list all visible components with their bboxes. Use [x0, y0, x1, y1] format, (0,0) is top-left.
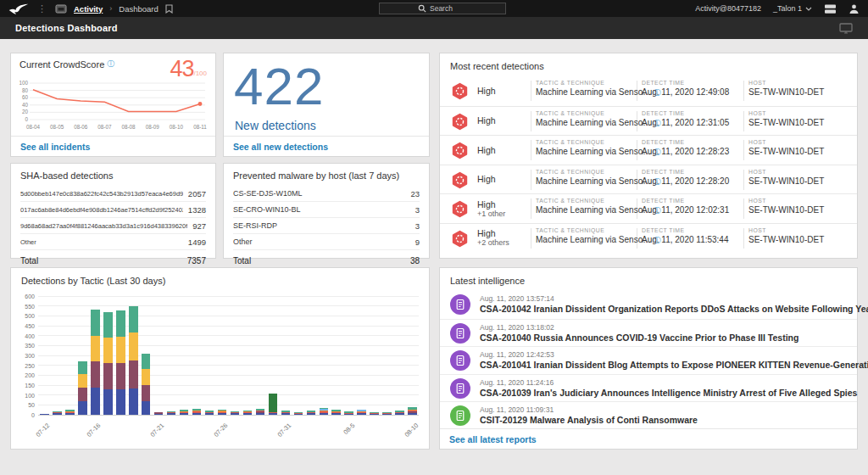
bar[interactable]: [167, 411, 176, 415]
svg-text:80: 80: [22, 87, 29, 93]
table-row[interactable]: SE-RSI-RDP3: [233, 218, 420, 234]
column-value: SE-TW-WIN10-DET: [748, 87, 824, 97]
account-label: Activity@80477182: [695, 4, 761, 13]
crowdscore-panel: Current CrowdScore ⓘ 43 /100 02040608010…: [10, 53, 216, 157]
user-menu[interactable]: _Talon 1: [773, 4, 812, 13]
bar[interactable]: [344, 411, 353, 415]
row-label: 9d68a68ad27aa0f4f881246aacab33d3a1c916d4…: [20, 222, 187, 230]
intel-report-item[interactable]: Aug. 11, 2020 13:57:14CSA-201042 Iranian…: [440, 291, 857, 319]
bar[interactable]: [180, 410, 189, 415]
detection-row[interactable]: HighTACTIC & TECHNIQUEMachine Learning v…: [440, 165, 857, 194]
bar[interactable]: [129, 306, 138, 415]
intel-report-item[interactable]: Aug. 11, 2020 11:09:31CSIT-20129 Malware…: [440, 401, 857, 429]
bar[interactable]: [269, 394, 278, 415]
search-input[interactable]: [430, 4, 467, 13]
row-label: Other: [20, 238, 36, 246]
column-host: HOSTSE-TW-WIN10-DET: [748, 110, 824, 127]
see-all-incidents-link[interactable]: See all incidents: [20, 142, 90, 152]
intel-report-item[interactable]: Aug. 11, 2020 13:18:02CSA-201040 Russia …: [440, 319, 857, 347]
row-label: CS-SE-DJS-W10ML: [233, 189, 303, 198]
bar[interactable]: [256, 409, 265, 415]
bar[interactable]: [192, 409, 202, 415]
bar-segment: [408, 413, 417, 415]
bar[interactable]: [408, 407, 417, 415]
app-switcher-icon[interactable]: ⋮: [37, 4, 47, 14]
global-search[interactable]: [379, 3, 506, 14]
crowdstrike-logo-icon[interactable]: [8, 3, 29, 15]
table-row[interactable]: 5d00bbeb147e0c838a622fc42c543b2913d57eac…: [20, 186, 206, 202]
severity-label: High+1 other: [477, 199, 505, 218]
detection-row[interactable]: HighTACTIC & TECHNIQUEMachine Learning v…: [440, 76, 857, 106]
bar[interactable]: [116, 310, 125, 415]
bar[interactable]: [218, 410, 227, 416]
bar[interactable]: [40, 414, 49, 415]
apps-icon[interactable]: [824, 3, 837, 14]
table-row[interactable]: SE-CRO-WIN10-BL3: [233, 202, 420, 218]
bar[interactable]: [243, 411, 253, 415]
report-timestamp: Aug. 11, 2020 13:57:14: [480, 294, 554, 303]
column-time: DETECT TIMEAug. 11, 2020 12:31:05: [642, 110, 729, 127]
bar[interactable]: [154, 412, 164, 415]
bar[interactable]: [53, 411, 62, 415]
detection-row[interactable]: HighTACTIC & TECHNIQUEMachine Learning v…: [440, 106, 857, 136]
see-all-new-detections-link[interactable]: See all new detections: [233, 142, 328, 152]
search-icon: [418, 4, 426, 13]
presentation-mode-icon[interactable]: [839, 23, 853, 34]
severity-label: High: [477, 145, 496, 155]
bar[interactable]: [103, 312, 113, 415]
bar[interactable]: [78, 361, 87, 415]
intel-report-item[interactable]: Aug. 11, 2020 11:24:16CSA-201039 Iran's …: [440, 374, 857, 402]
bar[interactable]: [320, 408, 329, 415]
column-time: DETECT TIMEAug. 11, 2020 11:53:44: [642, 227, 729, 244]
y-axis-label: 400: [25, 332, 35, 338]
column-divider: [743, 228, 744, 249]
bar[interactable]: [370, 412, 379, 415]
bar[interactable]: [357, 410, 366, 416]
detection-row[interactable]: High+2 othersTACTIC & TECHNIQUEMachine L…: [440, 223, 857, 253]
x-axis-label: 07-26: [200, 422, 230, 451]
severity-high-icon: [451, 230, 469, 251]
table-row[interactable]: 9d68a68ad27aa0f4f881246aacab33d3a1c916d4…: [20, 218, 206, 234]
info-icon[interactable]: ⓘ: [107, 59, 114, 69]
detection-row[interactable]: High+1 otherTACTIC & TECHNIQUEMachine Le…: [440, 193, 857, 223]
y-axis-label: 100: [25, 392, 35, 398]
table-row[interactable]: CS-SE-DJS-W10ML23: [233, 186, 420, 202]
row-label: SE-CRO-WIN10-BL: [233, 205, 301, 214]
panel-title: Latest intelligence: [440, 268, 857, 291]
user-icon[interactable]: [849, 3, 860, 14]
report-title: CSIT-20129 Malware Analysis of Conti Ran…: [480, 415, 698, 425]
bar-segment: [129, 332, 138, 360]
column-value: SE-TW-WIN10-DET: [748, 147, 824, 156]
bookmark-icon[interactable]: [165, 4, 173, 14]
detection-row[interactable]: HighTACTIC & TECHNIQUEMachine Learning v…: [440, 135, 857, 165]
svg-text:20: 20: [22, 109, 29, 115]
column-value: Aug. 11, 2020 12:02:31: [642, 205, 729, 215]
bar-segment: [78, 388, 87, 401]
svg-text:08-06: 08-06: [74, 124, 88, 130]
see-all-latest-reports-link[interactable]: See all latest reports: [449, 434, 537, 444]
bar[interactable]: [205, 411, 214, 415]
y-axis-label: 150: [25, 383, 35, 388]
bar[interactable]: [91, 310, 100, 415]
bar[interactable]: [307, 411, 316, 415]
breadcrumb-activity-link[interactable]: Activity: [74, 4, 103, 14]
bar[interactable]: [142, 354, 151, 415]
intel-report-item[interactable]: Aug. 11, 2020 12:42:53CSA-201041 Iranian…: [440, 346, 857, 374]
bar[interactable]: [395, 411, 404, 415]
bar-segment: [167, 413, 176, 415]
table-row[interactable]: Other9: [233, 234, 420, 250]
bar-segment: [269, 394, 278, 412]
column-value: Aug. 11, 2020 12:31:05: [642, 118, 729, 127]
report-purple-icon: [450, 350, 470, 374]
y-axis-label: 450: [25, 323, 35, 329]
module-icon[interactable]: [55, 3, 67, 14]
table-row[interactable]: 017ac6ab8e84d6ebdf4e908db1246ae7514cffd2…: [20, 202, 206, 218]
bar[interactable]: [294, 412, 303, 415]
bar-segment: [91, 388, 100, 415]
bar[interactable]: [382, 412, 392, 415]
table-row[interactable]: Other1499: [20, 234, 206, 250]
bar[interactable]: [331, 410, 341, 415]
bar[interactable]: [65, 410, 75, 415]
bar[interactable]: [281, 411, 291, 415]
bar[interactable]: [231, 411, 240, 415]
